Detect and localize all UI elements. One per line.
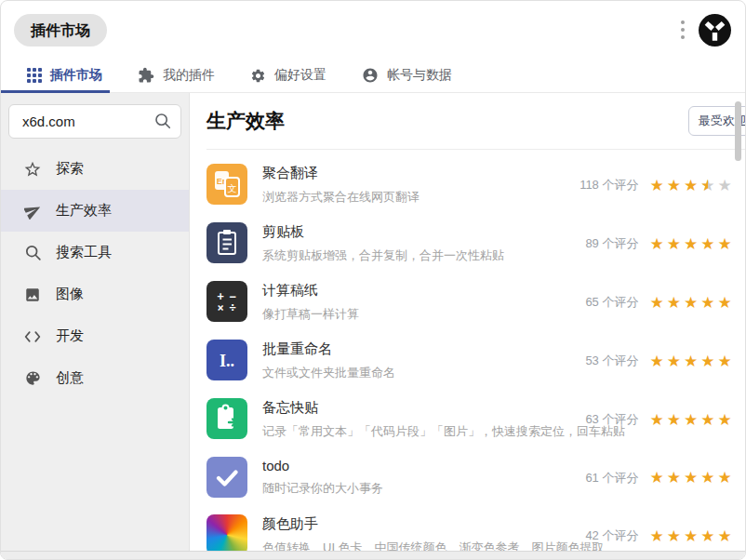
star-icon: ★: [684, 412, 698, 428]
palette-icon: [21, 369, 44, 387]
scrollbar-thumb[interactable]: [735, 101, 741, 161]
plugin-name: 备忘快贴: [262, 399, 585, 417]
plugin-row[interactable]: todo 随时记录你的大小事务 61 个评分 ★★★★★: [206, 448, 746, 506]
star-icon: ★: [684, 353, 698, 369]
star-icon: ★: [667, 295, 681, 311]
rating-count: 89 个评分: [585, 235, 638, 252]
sidebar-item-creative[interactable]: 创意: [1, 357, 189, 399]
tab-account-data[interactable]: 帐号与数据: [362, 67, 452, 84]
search-input[interactable]: [8, 104, 181, 139]
star-icon: ★: [717, 412, 731, 428]
magnifier-icon: [21, 244, 44, 261]
star-icon: ★: [667, 236, 681, 252]
rating-count: 42 个评分: [585, 527, 638, 544]
plugin-description: 记录「常用文本」「代码片段」「图片」，快速搜索定位，回车粘贴: [262, 423, 585, 440]
star-rating: ★★★★★: [649, 236, 731, 252]
plugin-description: 随时记录你的大小事务: [262, 480, 585, 497]
puzzle-icon: [138, 67, 154, 84]
paper-plane-icon: [21, 202, 44, 220]
star-icon: ★: [649, 236, 663, 252]
star-icon: ★: [700, 528, 714, 544]
rating-count: 65 个评分: [585, 294, 638, 311]
plugin-row[interactable]: 备忘快贴 记录「常用文本」「代码片段」「图片」，快速搜索定位，回车粘贴 63 个…: [206, 390, 746, 448]
plugin-icon: [206, 514, 247, 555]
star-icon: ★: [700, 236, 714, 252]
star-icon: ★: [700, 470, 714, 486]
category-nav: 探索 生产效率 搜索工具 图像 开发 创意: [1, 148, 189, 399]
star-icon: ★: [667, 178, 681, 193]
star-icon: ★: [717, 353, 731, 369]
star-icon: ★: [649, 470, 663, 486]
star-rating: ★★★★★: [649, 470, 731, 486]
svg-text:文: 文: [228, 183, 237, 193]
tab-plugin-market[interactable]: 插件市场: [27, 67, 102, 84]
star-icon: ★: [717, 178, 731, 193]
plugin-icon: En文: [206, 164, 247, 205]
star-rating: ★★★★★: [649, 353, 731, 369]
app-title-badge: 插件市场: [14, 14, 107, 47]
plugin-row[interactable]: I.. 批量重命名 文件或文件夹批量重命名 53 个评分 ★★★★★: [206, 331, 746, 390]
plugin-row[interactable]: 剪贴板 系统剪贴板增强，合并复制，合并一次性粘贴 89 个评分 ★★★★★: [206, 214, 746, 273]
gear-icon: [250, 68, 266, 84]
rating-count: 118 个评分: [579, 177, 638, 193]
star-icon: ★: [684, 295, 698, 311]
star-icon: ★: [649, 528, 663, 544]
star-rating: ★★★★★: [649, 528, 731, 544]
person-icon: [362, 67, 379, 84]
plugin-icon: [206, 222, 247, 263]
rating-count: 61 个评分: [585, 470, 638, 487]
sidebar-item-search-tools[interactable]: 搜索工具: [1, 232, 189, 273]
plugin-name: 剪贴板: [262, 223, 585, 241]
star-icon: ★: [717, 470, 731, 486]
grid-icon: [27, 68, 42, 83]
star-icon: ★: [684, 178, 698, 193]
star-icon: ★★: [700, 178, 714, 193]
kebab-menu-icon[interactable]: [675, 15, 690, 45]
svg-text:I..: I..: [220, 352, 234, 370]
code-icon: [21, 328, 44, 345]
plugin-icon: I..: [206, 340, 247, 380]
star-icon: ★: [684, 528, 698, 544]
star-icon: ★: [667, 528, 681, 544]
tab-preferences[interactable]: 偏好设置: [250, 67, 326, 84]
rating-count: 63 个评分: [585, 411, 638, 428]
star-icon: ★: [667, 412, 681, 428]
star-icon: ★: [684, 470, 698, 486]
utools-logo-icon: [698, 13, 732, 47]
sidebar-item-development[interactable]: 开发: [1, 315, 189, 357]
plugin-icon: +−×÷: [206, 281, 247, 322]
star-icon: ★: [667, 470, 681, 486]
star-rating: ★★★★★★: [649, 178, 731, 193]
star-icon: ★: [717, 528, 731, 544]
window-bottom-edge: [1, 551, 745, 559]
plugin-description: 系统剪贴板增强，合并复制，合并一次性粘贴: [262, 247, 585, 264]
star-icon: ★: [667, 353, 681, 369]
tab-bar: 插件市场 我的插件 偏好设置 帐号与数据: [1, 59, 745, 93]
page-title: 生产效率: [206, 108, 285, 134]
search-box: [8, 104, 181, 139]
plugin-name: 颜色助手: [262, 515, 585, 533]
star-icon: ★: [649, 353, 663, 369]
window-header: 插件市场: [1, 1, 745, 59]
star-icon: ★: [717, 295, 731, 311]
plugin-row[interactable]: En文 聚合翻译 浏览器方式聚合在线网页翻译 118 个评分 ★★★★★★: [206, 155, 746, 214]
plugin-row[interactable]: +−×÷ 计算稿纸 像打草稿一样计算 65 个评分 ★★★★★: [206, 273, 746, 331]
sidebar-item-images[interactable]: 图像: [1, 273, 189, 315]
sidebar: 探索 生产效率 搜索工具 图像 开发 创意: [1, 93, 190, 560]
star-icon: ★: [649, 412, 663, 428]
rating-count: 53 个评分: [585, 353, 638, 369]
plugin-name: todo: [262, 458, 585, 473]
star-rating: ★★★★★: [649, 295, 731, 311]
plugin-market-window: 插件市场 插件市场 我的插件 偏好设置: [0, 0, 746, 560]
sidebar-item-productivity[interactable]: 生产效率: [1, 190, 189, 232]
image-icon: [21, 287, 44, 303]
sidebar-item-explore[interactable]: 探索: [1, 148, 189, 190]
plugin-name: 计算稿纸: [262, 282, 585, 300]
star-rating: ★★★★★: [649, 412, 731, 428]
svg-text:÷: ÷: [229, 301, 235, 314]
star-icon: ★: [717, 236, 731, 252]
tab-my-plugins[interactable]: 我的插件: [138, 67, 215, 84]
star-icon: ★: [649, 178, 663, 193]
plugin-icon: [206, 398, 247, 439]
plugin-description: 浏览器方式聚合在线网页翻译: [262, 189, 579, 206]
